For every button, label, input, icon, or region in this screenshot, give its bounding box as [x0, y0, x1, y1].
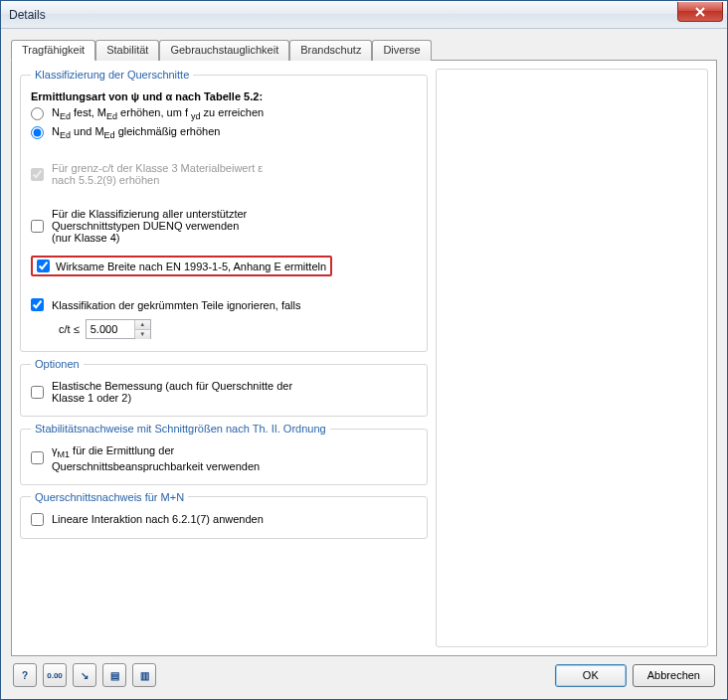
- cb-curved-row[interactable]: Klassifikation der gekrümmten Teile igno…: [31, 296, 417, 313]
- tab-bar: Tragfähigkeit Stabilität Gebrauchstaugli…: [11, 39, 717, 60]
- cb-linear-interaction[interactable]: [31, 513, 44, 526]
- button-bar: ? 0.00 ↘ ▤ ▥ OK Abbrechen: [11, 656, 717, 689]
- radio-ned-uniform[interactable]: [31, 126, 44, 139]
- cb-gamma-m1-label: γM1 für die Ermittlung der Querschnittsb…: [52, 444, 260, 471]
- cb-epsilon-row: Für grenz-c/t der Klasse 3 Materialbeiwe…: [31, 160, 417, 188]
- close-button[interactable]: [677, 2, 723, 22]
- dialog-window: Details Tragfähigkeit Stabilität Gebrauc…: [0, 0, 728, 700]
- tab-gebrauchstauglichkeit[interactable]: Gebrauchstauglichkeit: [159, 40, 289, 61]
- ct-row: c/t ≤ ▲ ▼: [31, 317, 417, 341]
- tab-brandschutz[interactable]: Brandschutz: [289, 40, 372, 61]
- cb-epsilon-label: Für grenz-c/t der Klasse 3 Materialbeiwe…: [52, 162, 263, 186]
- radio-uniform-row[interactable]: NEd und MEd gleichmäßig erhöhen: [31, 123, 417, 142]
- ct-input[interactable]: [87, 320, 134, 338]
- radio-ned-uniform-label: NEd und MEd gleichmäßig erhöhen: [52, 125, 220, 140]
- ok-button[interactable]: OK: [555, 664, 627, 687]
- cb-effwidth-row[interactable]: Wirksame Breite nach EN 1993-1-5, Anhang…: [31, 254, 417, 278]
- units-icon: 0.00: [47, 671, 63, 680]
- cancel-button[interactable]: Abbrechen: [633, 664, 715, 687]
- cb-duenq-label: Für die Klassifizierung aller unterstütz…: [52, 208, 247, 244]
- cb-duenq[interactable]: [31, 220, 44, 233]
- tool3-button[interactable]: ↘: [73, 663, 96, 687]
- spin-down-icon[interactable]: ▼: [135, 330, 150, 339]
- group-options-legend: Optionen: [31, 358, 84, 370]
- tool5-icon: ▥: [140, 670, 149, 681]
- radio-fixed-row[interactable]: NEd fest, MEd erhöhen, um f yd zu erreic…: [31, 104, 417, 123]
- ct-spin-buttons[interactable]: ▲ ▼: [134, 320, 150, 338]
- tab-diverse[interactable]: Diverse: [372, 40, 431, 61]
- ct-label: c/t ≤: [59, 323, 80, 335]
- radio-ned-fixed-label: NEd fest, MEd erhöhen, um f yd zu erreic…: [52, 106, 264, 121]
- cb-ignore-curved-label: Klassifikation der gekrümmten Teile igno…: [52, 299, 300, 311]
- left-column: Klassifizierung der Querschnitte Ermittl…: [20, 69, 428, 647]
- effective-width-highlight: Wirksame Breite nach EN 1993-1-5, Anhang…: [31, 256, 332, 276]
- right-column: [436, 69, 708, 647]
- group-mn: Querschnittsnachweis für M+N Lineare Int…: [20, 491, 428, 539]
- units-button[interactable]: 0.00: [43, 663, 67, 687]
- group-mn-legend: Querschnittsnachweis für M+N: [31, 491, 188, 503]
- radio-ned-fixed[interactable]: [31, 107, 44, 120]
- client-area: Tragfähigkeit Stabilität Gebrauchstaugli…: [1, 29, 727, 699]
- tool3-icon: ↘: [81, 670, 89, 681]
- cb-effective-width[interactable]: [37, 260, 50, 272]
- close-icon: [695, 7, 705, 17]
- group-options: Optionen Elastische Bemessung (auch für …: [20, 358, 428, 417]
- cb-epsilon: [31, 168, 44, 181]
- cb-gamma-row[interactable]: γM1 für die Ermittlung der Querschnittsb…: [31, 442, 417, 473]
- cb-gamma-m1[interactable]: [31, 451, 44, 464]
- window-title: Details: [9, 8, 46, 22]
- titlebar: Details: [1, 1, 727, 29]
- classify-subhead: Ermittlungsart von ψ und α nach Tabelle …: [31, 88, 417, 104]
- help-icon: ?: [22, 670, 28, 681]
- group-classify: Klassifizierung der Querschnitte Ermittl…: [20, 69, 428, 352]
- help-button[interactable]: ?: [13, 663, 37, 687]
- cb-linear-interaction-label: Lineare Interaktion nach 6.2.1(7) anwend…: [52, 513, 264, 525]
- cb-linear-row[interactable]: Lineare Interaktion nach 6.2.1(7) anwend…: [31, 511, 417, 528]
- cb-elastic-row[interactable]: Elastische Bemessung (auch für Querschni…: [31, 378, 417, 406]
- cb-elastic[interactable]: [31, 386, 44, 399]
- cb-elastic-label: Elastische Bemessung (auch für Querschni…: [52, 380, 292, 404]
- spin-up-icon[interactable]: ▲: [135, 320, 150, 330]
- group-classify-legend: Klassifizierung der Querschnitte: [31, 69, 193, 81]
- cb-effective-width-label: Wirksame Breite nach EN 1993-1-5, Anhang…: [56, 261, 326, 272]
- tool4-icon: ▤: [110, 670, 119, 681]
- tab-page: Klassifizierung der Querschnitte Ermittl…: [11, 60, 717, 656]
- tab-tragfaehigkeit[interactable]: Tragfähigkeit: [11, 40, 95, 61]
- tool5-button[interactable]: ▥: [132, 663, 156, 687]
- cb-ignore-curved[interactable]: [31, 298, 44, 311]
- cb-duenq-row[interactable]: Für die Klassifizierung aller unterstütz…: [31, 206, 417, 246]
- preview-panel: [436, 69, 708, 647]
- ct-spinner[interactable]: ▲ ▼: [86, 319, 151, 339]
- tab-stabilitaet[interactable]: Stabilität: [95, 40, 159, 61]
- tool4-button[interactable]: ▤: [102, 663, 126, 687]
- group-stability-legend: Stabilitätsnachweise mit Schnittgrößen n…: [31, 423, 330, 435]
- group-stability: Stabilitätsnachweise mit Schnittgrößen n…: [20, 423, 428, 484]
